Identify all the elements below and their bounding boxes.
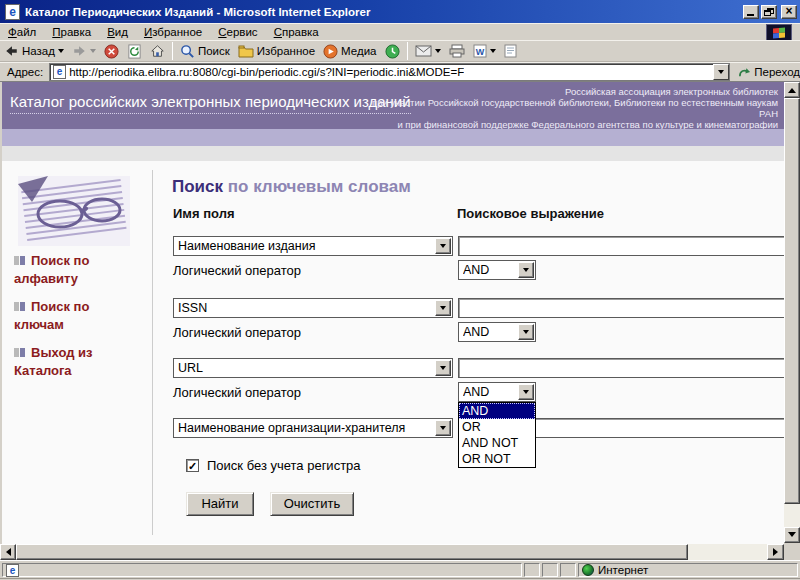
search-expression-input-2[interactable] bbox=[458, 298, 788, 318]
scroll-left-button[interactable] bbox=[0, 544, 16, 560]
find-button[interactable]: Найти bbox=[186, 492, 254, 516]
go-button[interactable]: Переход bbox=[738, 66, 800, 79]
horizontal-scrollbar-thumb[interactable] bbox=[16, 544, 688, 560]
history-icon bbox=[385, 44, 400, 59]
refresh-button[interactable] bbox=[123, 41, 146, 61]
page-content: Каталог российских электронных периодиче… bbox=[2, 82, 784, 544]
search-expression-input-1[interactable] bbox=[458, 236, 788, 256]
forward-dropdown-icon bbox=[90, 49, 96, 53]
operator-label-3: Логический оператор bbox=[173, 385, 301, 400]
chevron-down-icon[interactable] bbox=[435, 300, 451, 316]
scroll-right-button[interactable] bbox=[767, 544, 784, 560]
header-accent-strip bbox=[2, 129, 784, 146]
menu-edit[interactable]: Правка bbox=[44, 25, 99, 39]
back-label: Назад bbox=[22, 45, 55, 57]
scroll-down-button[interactable] bbox=[784, 527, 800, 543]
vertical-scrollbar-thumb[interactable] bbox=[784, 98, 800, 504]
column-header-field: Имя поля bbox=[173, 206, 234, 221]
forward-arrow-icon bbox=[72, 44, 87, 58]
search-label: Поиск bbox=[198, 45, 230, 57]
home-button[interactable] bbox=[146, 41, 169, 61]
scroll-up-button[interactable] bbox=[784, 82, 800, 98]
dropdown-option-or[interactable]: OR bbox=[459, 419, 535, 435]
menu-help[interactable]: Справка bbox=[266, 25, 327, 39]
chevron-down-icon[interactable] bbox=[518, 262, 534, 278]
minimize-button[interactable] bbox=[743, 5, 759, 19]
print-icon bbox=[449, 44, 465, 58]
windows-logo bbox=[766, 24, 792, 41]
mail-dropdown-icon bbox=[435, 49, 441, 53]
address-bar: Адрес: e http://periodika.elibra.ru:8080… bbox=[0, 62, 800, 82]
discuss-button[interactable] bbox=[500, 41, 521, 61]
case-insensitive-checkbox[interactable]: ✓ bbox=[186, 459, 199, 472]
restore-button[interactable] bbox=[761, 5, 777, 19]
clear-button[interactable]: Очистить bbox=[270, 492, 354, 516]
field-select-1[interactable]: Наименование издания bbox=[173, 236, 453, 256]
media-icon bbox=[323, 44, 338, 59]
close-button[interactable]: × bbox=[781, 5, 797, 19]
address-label: Адрес: bbox=[0, 66, 49, 78]
word-icon: W bbox=[473, 44, 487, 58]
page-favicon: e bbox=[53, 65, 66, 79]
menu-view[interactable]: Вид bbox=[99, 25, 136, 39]
operator-select-1[interactable]: AND bbox=[458, 260, 536, 280]
page-title-primary: Поиск bbox=[172, 177, 223, 196]
chevron-down-icon[interactable] bbox=[518, 324, 534, 340]
site-header: Каталог российских электронных периодиче… bbox=[2, 82, 784, 129]
field-select-2[interactable]: ISSN bbox=[173, 298, 453, 318]
dropdown-option-and[interactable]: AND bbox=[459, 403, 535, 419]
media-label: Медиа bbox=[341, 45, 376, 57]
arrow-down-icon bbox=[788, 532, 796, 541]
toolbar-separator bbox=[172, 42, 173, 60]
mail-button[interactable] bbox=[411, 41, 445, 61]
dropdown-option-or-not[interactable]: OR NOT bbox=[459, 451, 535, 467]
status-pane bbox=[542, 563, 558, 577]
field-select-3[interactable]: URL bbox=[173, 358, 453, 378]
field-select-2-value: ISSN bbox=[178, 301, 434, 315]
chevron-down-icon[interactable] bbox=[435, 420, 451, 436]
page-title: Поиск по ключевым словам bbox=[172, 177, 411, 197]
sidebar-link-alphabet[interactable]: Поиск по алфавиту bbox=[14, 252, 140, 288]
history-button[interactable] bbox=[381, 41, 404, 61]
edit-word-button[interactable]: W bbox=[469, 41, 500, 61]
refresh-icon bbox=[127, 44, 142, 59]
menu-favorites[interactable]: Избранное bbox=[136, 25, 210, 39]
search-expression-input-3[interactable] bbox=[458, 358, 788, 378]
search-button[interactable]: Поиск bbox=[176, 41, 234, 61]
favorites-icon bbox=[238, 44, 254, 58]
operator-select-3[interactable]: AND bbox=[458, 382, 536, 402]
menu-bar: Файл Правка Вид Избранное Сервис Справка bbox=[0, 23, 800, 40]
field-select-4[interactable]: Наименование организации-хранителя bbox=[173, 418, 453, 438]
sidebar-link-keys[interactable]: Поиск по ключам bbox=[14, 298, 140, 334]
back-button[interactable]: Назад bbox=[0, 41, 68, 61]
address-url: http://periodika.elibra.ru:8080/cgi-bin/… bbox=[69, 66, 464, 78]
chevron-down-icon[interactable] bbox=[435, 360, 451, 376]
stop-button[interactable] bbox=[100, 41, 123, 61]
site-title: Каталог российских электронных периодиче… bbox=[10, 93, 411, 114]
media-button[interactable]: Медиа bbox=[319, 41, 380, 61]
operator-label-2: Логический оператор bbox=[173, 325, 301, 340]
forward-button[interactable] bbox=[68, 41, 100, 61]
sidebar-link-exit[interactable]: Выход из Каталога bbox=[14, 344, 140, 380]
back-dropdown-icon bbox=[58, 49, 64, 53]
back-arrow-icon bbox=[4, 44, 19, 58]
arrow-right-icon bbox=[773, 548, 782, 556]
operator-select-2[interactable]: AND bbox=[458, 322, 536, 342]
print-button[interactable] bbox=[445, 41, 469, 61]
chevron-down-icon[interactable] bbox=[518, 384, 534, 400]
dropdown-option-and-not[interactable]: AND NOT bbox=[459, 435, 535, 451]
address-dropdown-button[interactable] bbox=[713, 64, 729, 80]
title-bar: e Каталог Периодических Изданий - Micros… bbox=[0, 0, 800, 23]
favorites-button[interactable]: Избранное bbox=[234, 41, 319, 61]
chevron-down-icon[interactable] bbox=[435, 238, 451, 254]
scrollbar-corner bbox=[784, 544, 800, 560]
ie-logo-icon: e bbox=[5, 4, 20, 20]
address-input[interactable]: e http://periodika.elibra.ru:8080/cgi-bi… bbox=[49, 63, 730, 81]
field-select-4-value: Наименование организации-хранителя bbox=[178, 421, 434, 435]
page-edit-icon bbox=[504, 44, 517, 58]
menu-tools[interactable]: Сервис bbox=[210, 25, 265, 39]
menu-file[interactable]: Файл bbox=[0, 25, 44, 39]
search-icon bbox=[180, 44, 195, 59]
header-gray-strip bbox=[2, 146, 784, 161]
arrow-left-icon bbox=[2, 548, 11, 556]
